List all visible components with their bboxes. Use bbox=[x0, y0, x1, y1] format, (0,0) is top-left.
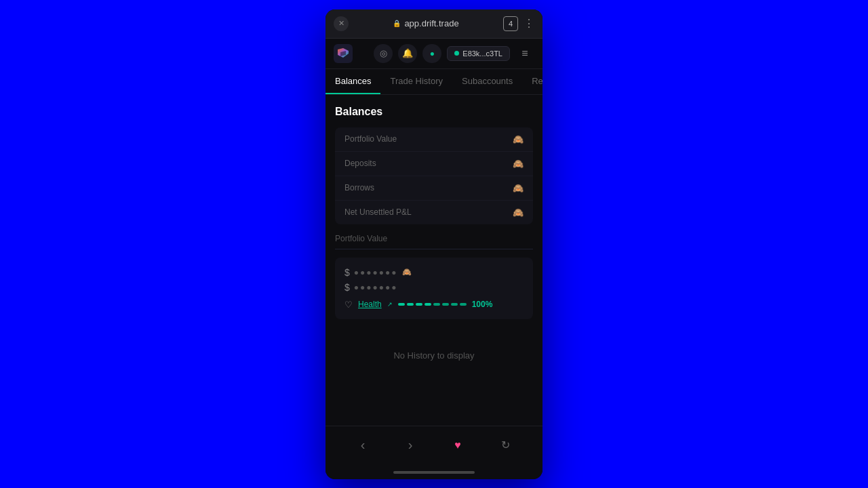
tab-count-badge[interactable]: 4 bbox=[503, 16, 518, 31]
health-percentage: 100% bbox=[472, 300, 493, 309]
header-actions: ◎ 🔔 ● E83k...c3TL ≡ bbox=[374, 44, 534, 63]
portfolio-value-label: Portfolio Value bbox=[344, 134, 397, 144]
tab-trade-history[interactable]: Trade History bbox=[380, 69, 452, 94]
portfolio-section-title: Portfolio Value bbox=[335, 234, 533, 249]
health-label[interactable]: Health bbox=[358, 300, 382, 309]
net-unsettled-label: Net Unsettled P&L bbox=[344, 207, 412, 217]
avatar-button[interactable]: ● bbox=[422, 44, 441, 63]
borrows-label: Borrows bbox=[344, 183, 374, 192]
status-icon: ◎ bbox=[380, 48, 387, 58]
app-header: ◎ 🔔 ● E83k...c3TL ≡ bbox=[326, 39, 542, 69]
home-indicator bbox=[326, 466, 542, 479]
menu-icon: ≡ bbox=[521, 47, 528, 60]
borrows-hide-icon[interactable]: 🙈 bbox=[513, 183, 524, 193]
pv-dollar-sign: $ bbox=[344, 267, 350, 278]
health-segment-8 bbox=[460, 303, 467, 306]
forward-button[interactable]: › bbox=[398, 433, 422, 458]
tab-subaccounts[interactable]: Subaccounts bbox=[452, 69, 522, 94]
wallet-status-dot bbox=[454, 51, 459, 56]
forward-icon: › bbox=[408, 437, 413, 453]
bottom-nav: ‹ › ♥ ↻ bbox=[326, 426, 542, 466]
deposits-label: Deposits bbox=[344, 159, 376, 168]
nav-tabs: Balances Trade History Subaccounts Ref bbox=[326, 69, 542, 95]
pv-secondary-dots: ●●●●●●● bbox=[354, 283, 398, 292]
health-segment-6 bbox=[442, 303, 449, 306]
health-segment-5 bbox=[433, 303, 440, 306]
status-button[interactable]: ◎ bbox=[374, 44, 393, 63]
portfolio-section: Portfolio Value $ ●●●●●●● 🙈 $ ●●●●●●● ♡ … bbox=[335, 234, 533, 319]
borrows-row: Borrows 🙈 bbox=[335, 176, 533, 201]
wallet-button[interactable]: E83k...c3TL bbox=[447, 46, 510, 61]
url-text: app.drift.trade bbox=[404, 18, 458, 28]
heart-icon: ♡ bbox=[344, 300, 353, 310]
refresh-icon: ↻ bbox=[501, 439, 510, 451]
deposits-row: Deposits 🙈 bbox=[335, 152, 533, 176]
main-content: Balances Portfolio Value 🙈 Deposits 🙈 Bo… bbox=[326, 95, 542, 426]
back-button[interactable]: ‹ bbox=[351, 433, 375, 458]
notification-button[interactable]: 🔔 bbox=[398, 44, 417, 63]
heart-nav-icon: ♥ bbox=[454, 439, 461, 451]
tab-balances[interactable]: Balances bbox=[326, 69, 380, 94]
pv-secondary-row: $ ●●●●●●● bbox=[344, 282, 524, 293]
net-unsettled-row: Net Unsettled P&L 🙈 bbox=[335, 201, 533, 224]
health-segment-1 bbox=[398, 303, 405, 306]
balances-card: Portfolio Value 🙈 Deposits 🙈 Borrows 🙈 N… bbox=[335, 127, 533, 224]
drift-logo[interactable] bbox=[334, 44, 353, 63]
health-segment-7 bbox=[451, 303, 458, 306]
health-segment-2 bbox=[407, 303, 414, 306]
pv-secondary-dollar: $ bbox=[344, 282, 350, 293]
url-bar: 🔒 app.drift.trade bbox=[349, 18, 503, 28]
net-unsettled-hide-icon[interactable]: 🙈 bbox=[513, 207, 524, 218]
no-history-message: No History to display bbox=[335, 330, 533, 381]
browser-menu-button[interactable]: ⋮ bbox=[524, 17, 534, 30]
hamburger-menu-button[interactable]: ≡ bbox=[515, 44, 534, 63]
bell-icon: 🔔 bbox=[402, 48, 413, 58]
lock-icon: 🔒 bbox=[393, 20, 401, 27]
portfolio-value-hide-icon[interactable]: 🙈 bbox=[513, 134, 524, 144]
user-icon: ● bbox=[430, 49, 435, 58]
health-row: ♡ Health ↗ 100% bbox=[344, 300, 524, 310]
back-icon: ‹ bbox=[361, 437, 366, 453]
browser-actions: 4 ⋮ bbox=[503, 16, 534, 31]
portfolio-value-card: $ ●●●●●●● 🙈 $ ●●●●●●● ♡ Health ↗ bbox=[335, 258, 533, 319]
browser-close-button[interactable]: ✕ bbox=[334, 16, 349, 31]
pv-primary-hide-icon[interactable]: 🙈 bbox=[402, 268, 412, 277]
phone-container: ✕ 🔒 app.drift.trade 4 ⋮ bbox=[326, 9, 542, 479]
browser-bar: ✕ 🔒 app.drift.trade 4 ⋮ bbox=[326, 9, 542, 39]
deposits-hide-icon[interactable]: 🙈 bbox=[513, 159, 524, 169]
home-bar bbox=[393, 471, 475, 474]
wallet-address: E83k...c3TL bbox=[462, 49, 502, 58]
tab-count: 4 bbox=[509, 20, 513, 28]
tab-ref[interactable]: Ref bbox=[522, 69, 542, 94]
pv-primary-dots: ●●●●●●● bbox=[354, 268, 398, 277]
external-link-icon: ↗ bbox=[387, 301, 393, 308]
health-bar bbox=[398, 303, 467, 306]
balances-section-title: Balances bbox=[335, 106, 533, 118]
close-icon: ✕ bbox=[338, 19, 344, 28]
health-segment-4 bbox=[425, 303, 431, 306]
health-segment-3 bbox=[416, 303, 422, 306]
pv-primary-row: $ ●●●●●●● 🙈 bbox=[344, 267, 524, 278]
refresh-button[interactable]: ↻ bbox=[493, 433, 517, 458]
favorite-button[interactable]: ♥ bbox=[446, 433, 470, 458]
portfolio-value-row: Portfolio Value 🙈 bbox=[335, 127, 533, 152]
